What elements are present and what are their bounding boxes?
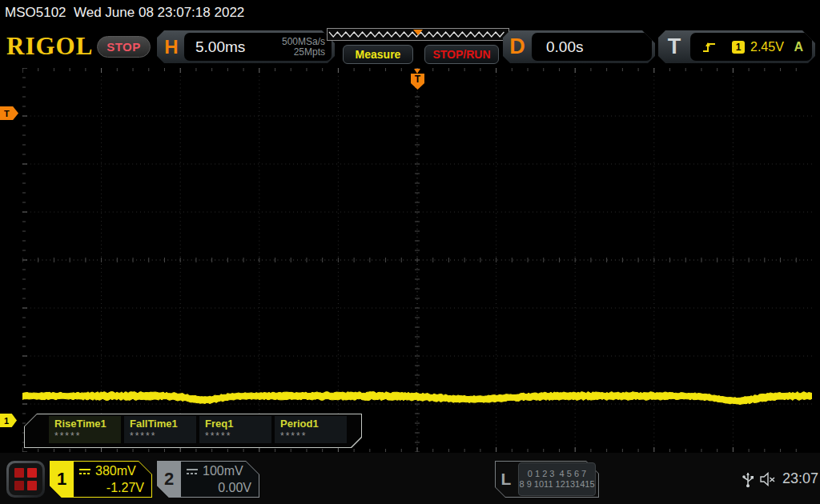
delay-value: 0.00s xyxy=(546,38,583,56)
measurement-falltime[interactable]: FallTime1 ***** xyxy=(124,416,196,443)
horizontal-panel[interactable]: H 5.00ms 500MSa/s 25Mpts xyxy=(157,30,335,63)
waveform-preview-strip[interactable] xyxy=(327,28,509,41)
channel2-scale: 100mV xyxy=(203,464,243,478)
trigger-mode: A xyxy=(794,40,803,54)
ch1-ground-marker[interactable]: 1 xyxy=(0,414,17,427)
measurement-value: ***** xyxy=(280,430,341,442)
trigger-slope-icon xyxy=(701,40,718,54)
channel2-offset: 0.00V xyxy=(218,481,251,495)
clock: 23:07 xyxy=(782,470,818,487)
delay-panel[interactable]: D 0.00s xyxy=(503,30,655,63)
trigger-panel[interactable]: T 1 2.45V A xyxy=(658,30,815,63)
measurement-value: ***** xyxy=(54,430,115,442)
dc-coupling-icon xyxy=(186,467,199,475)
measurement-label: FallTime1 xyxy=(130,418,191,430)
timebase-value: 5.00ms xyxy=(195,38,245,56)
channel1-scale: 380mV xyxy=(95,464,136,478)
acquisition-state-badge: STOP xyxy=(97,36,151,58)
trigger-position-tip-icon xyxy=(414,69,420,74)
speaker-muted-icon xyxy=(759,472,777,490)
measurement-label: Period1 xyxy=(280,418,341,430)
measurement-risetime[interactable]: RiseTime1 ***** xyxy=(49,416,121,443)
ch1-waveform xyxy=(22,68,812,452)
trigger-level-marker[interactable]: T xyxy=(0,106,18,120)
measurement-period[interactable]: Period1 ***** xyxy=(275,416,347,443)
menu-grid-icon[interactable] xyxy=(6,461,45,498)
channel1-offset: -1.27V xyxy=(107,481,144,495)
delay-label: D xyxy=(503,30,532,63)
measurement-label: RiseTime1 xyxy=(54,418,115,430)
bottom-bar: 1 380mV -1.27V 2 xyxy=(0,453,820,504)
logic-analyzer-label: L xyxy=(495,461,517,498)
dc-coupling-icon xyxy=(78,467,91,475)
measurement-value: ***** xyxy=(205,430,266,442)
measurement-freq[interactable]: Freq1 ***** xyxy=(199,416,271,443)
rigol-logo: RIGOL xyxy=(6,32,93,61)
logic-analyzer-badge[interactable]: L 0 1 2 3 4 5 6 7 8 9 1011 12131415 xyxy=(495,461,599,498)
horizontal-label: H xyxy=(157,30,186,63)
trigger-label: T xyxy=(658,30,690,63)
trigger-level-value: 2.45V xyxy=(750,40,784,54)
usb-icon xyxy=(742,470,754,491)
channel1-badge[interactable]: 1 380mV -1.27V xyxy=(50,461,152,498)
trigger-source-badge: 1 xyxy=(732,41,745,54)
channel2-badge[interactable]: 2 100mV 0.00V xyxy=(157,461,259,498)
graticule xyxy=(22,68,812,452)
measure-button[interactable]: Measure xyxy=(343,45,413,64)
digital-channels-row1: 0 1 2 3 4 5 6 7 xyxy=(528,469,586,479)
preview-position-icon xyxy=(413,30,423,35)
sample-rate: 500MSa/s 25Mpts xyxy=(282,37,325,58)
digital-channels-row2: 8 9 1011 12131415 xyxy=(520,479,595,490)
channel2-number: 2 xyxy=(157,461,181,498)
measurement-panel[interactable]: RiseTime1 ***** FallTime1 ***** Freq1 **… xyxy=(24,414,362,448)
measurement-value: ***** xyxy=(130,430,191,442)
measurement-label: Freq1 xyxy=(205,418,266,430)
channel1-number: 1 xyxy=(50,461,74,498)
stop-run-button[interactable]: STOP/RUN xyxy=(424,45,499,64)
oscilloscope-screen: MSO5102 Wed June 08 23:07:18 2022 RIGOL … xyxy=(0,0,820,504)
model-and-datetime: MSO5102 Wed June 08 23:07:18 2022 xyxy=(5,5,244,21)
